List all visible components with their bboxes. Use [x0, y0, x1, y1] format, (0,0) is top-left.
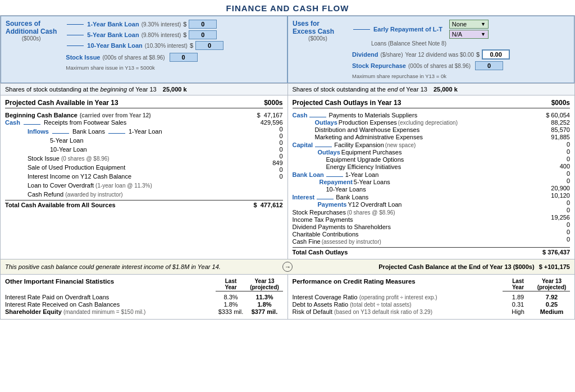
cash-refund-label: Cash Refund	[28, 191, 63, 198]
stats-header: Other Important Financial Statistics Las…	[5, 278, 283, 291]
production-note: (excluding depreciation)	[398, 120, 458, 126]
dividend-note: ($/share)	[380, 52, 403, 58]
stats-row2-y13: 1.8%	[247, 301, 283, 308]
stock-repurchase-out-note: (0 shares @ $8.96)	[347, 209, 395, 216]
beginning-note: (carried over from Year 12)	[80, 112, 151, 118]
bank-loans-int-value: 10,120	[533, 192, 570, 199]
stats-row1-label: Interest Rate Paid on Overdraft Loans	[5, 294, 216, 300]
loan-cover-label: Loan to Cover Overdraft	[28, 182, 94, 189]
overdraft-value: 0	[533, 199, 570, 206]
loan1-label: 1-Year Bank Loan	[87, 21, 139, 28]
stock-repurchase-out-value: 0	[533, 207, 570, 213]
stats-col-last: LastYear	[216, 278, 247, 291]
dropdown2[interactable]: N/A ▼	[449, 30, 489, 39]
distribution-value: 85,570	[533, 126, 570, 133]
marketing-value: 91,885	[533, 134, 570, 140]
dropdown1[interactable]: None ▼	[449, 20, 489, 29]
stats-row3-y13: $377 mil.	[247, 308, 283, 315]
stats-panel: Other Important Financial Statistics Las…	[1, 275, 288, 319]
loan2-avail-value: 0	[249, 133, 283, 139]
cash-available-panel: Projected Cash Available in Year 13 $000…	[1, 95, 288, 259]
equipment-value: 0	[533, 148, 570, 155]
arrow-icon: →	[282, 262, 293, 272]
stock-input[interactable]	[170, 53, 198, 62]
stats-row2-label: Interest Rate Received on Cash Balances	[5, 301, 216, 308]
distribution-label: Distribution and Warehouse Expenses	[293, 126, 534, 133]
shares-end-cell: Shares of stock outstanding at the end o…	[288, 84, 575, 95]
loan1-out-value: 0	[533, 170, 570, 177]
charitable-label: Charitable Contributions	[293, 231, 534, 238]
cash-refund-note: (awarded by instructor)	[65, 192, 122, 198]
uses-subtitle: ($000s)	[293, 35, 343, 42]
marketing-label: Marketing and Administrative Expenses	[293, 134, 534, 140]
outlays-loan1-label: 1-Year Loan	[345, 171, 379, 178]
stock-issue-label: Stock Issue	[28, 155, 60, 162]
sources-subtitle: ($000s)	[6, 35, 57, 42]
production-label: Production Expenses	[339, 119, 397, 126]
upgrade-value: 0	[533, 156, 570, 162]
repayment-label: Repayment	[320, 179, 353, 185]
balance-label: Projected Cash Balance at the End of Yea…	[378, 263, 534, 270]
interest-income-value: 849	[249, 159, 283, 166]
total-available-row: Total Cash Available from All Sources $ …	[5, 200, 283, 208]
balance-value: $ +101,175	[539, 263, 570, 270]
dividend-input[interactable]	[482, 49, 510, 60]
stock-repurchase-max: Maximum share repurchase in Y13 = 0k	[352, 73, 510, 79]
credit-row3-last: High	[503, 308, 533, 315]
stats-row2-last: 1.8%	[216, 301, 247, 308]
stats-row1-last: 8.3%	[216, 294, 247, 300]
upgrade-label: Equipment Upgrade Options	[293, 156, 534, 163]
credit-panel: Performance on Credit Rating Measures La…	[288, 275, 575, 319]
early-repay-label: Early Repayment of L-T	[373, 26, 442, 33]
sale-used-label: Sale of Used Production Equipment	[5, 164, 125, 171]
stats-col-y13: Year 13(projected)	[247, 278, 283, 291]
stats-row1-y13: 11.3%	[247, 294, 283, 300]
credit-row2-y13: 0.25	[533, 301, 570, 308]
stock-note2: Maximum share issue in Y13 = 5000k	[66, 65, 223, 71]
stock-issue-note: (0 shares @ $8.96)	[61, 156, 109, 162]
stock-issue-value: 0	[249, 146, 283, 153]
income-tax-value: 19,256	[533, 214, 570, 221]
stock-note1: (000s of shares at $8.96)	[102, 54, 165, 61]
credit-row1-label: Interest Coverage Ratio (operating profi…	[293, 294, 503, 300]
loan3-avail-label: 10-Year Loan	[5, 146, 87, 153]
equipment-label: Equipment Purchases	[341, 149, 402, 156]
credit-col-last: LastYear	[503, 278, 533, 291]
credit-header: Performance on Credit Rating Measures La…	[293, 278, 571, 291]
dividend-year: Year 12 dividend was $0.00	[405, 52, 474, 58]
production-value: 88,252	[533, 119, 570, 126]
loan1-input[interactable]	[189, 20, 217, 29]
loan2-avail-label: 5-Year Loan	[5, 137, 84, 144]
cash-outlays-panel: Projected Cash Outlays in Year 13 $000s …	[288, 95, 575, 259]
energy-label: Energy Efficiency Initiatives	[293, 163, 534, 170]
overdraft-label: Y12 Overdraft Loan	[348, 201, 401, 208]
loan2-rate: (9.80% interest)	[142, 32, 181, 38]
note-text: This positive cash balance could generat…	[5, 263, 221, 270]
loan3-avail-value: 0	[249, 139, 283, 146]
page-title: Finance and Cash Flow	[0, 0, 575, 15]
outlays-cap-label: Outlays	[318, 149, 340, 156]
loan3-label: 10-Year Bank Loan	[87, 42, 142, 49]
facility-label: Facility Expansion	[334, 142, 384, 148]
cash-outlays-cash-label: Cash	[293, 112, 308, 118]
dividend-out-label: Dividend Payments to Shareholders	[293, 224, 534, 230]
loan-cover-value: 0	[249, 166, 283, 173]
cash-available-unit: $000s	[264, 99, 282, 107]
cash-outlays-unit: $000s	[551, 99, 570, 107]
loan1-avail-label: 1-Year Loan	[129, 128, 162, 135]
capital-label: Capital	[293, 142, 313, 148]
bank-loans-label: Bank Loans	[72, 128, 105, 135]
loan3-rate: (10.30% interest)	[145, 43, 188, 49]
loan2-input[interactable]	[189, 30, 217, 39]
shares-end-value: 25,000 k	[433, 86, 458, 93]
stock-label: Stock Issue	[66, 54, 100, 61]
cash-refund-value: 0	[249, 173, 283, 180]
stock-repurchase-input[interactable]	[475, 61, 503, 70]
loan3-input[interactable]	[195, 41, 223, 50]
cash-fine-note: (assessed by instructor)	[322, 239, 381, 245]
cash-fine-label: Cash Fine	[293, 238, 321, 245]
uses-title: Uses for Excess Cash	[293, 20, 343, 35]
loan3-out-value: 20,900	[533, 185, 570, 192]
receipts-label: Receipts from Footwear Sales	[44, 119, 126, 126]
charitable-value: 0	[533, 229, 570, 235]
